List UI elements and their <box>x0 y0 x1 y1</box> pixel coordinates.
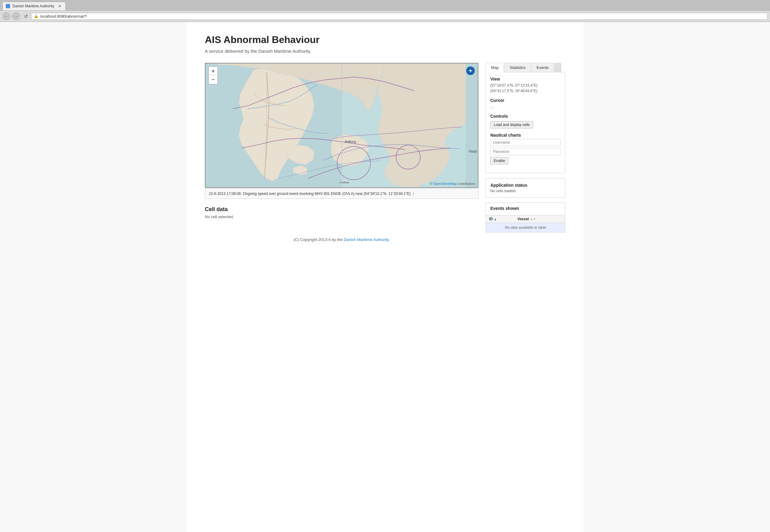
tab-bar: Danish Maritime Authority ✕ <box>0 0 770 10</box>
app-status-value: No cells loaded. <box>490 189 560 193</box>
footer-text-before: (C) Copyright 2013-4 by the <box>294 237 344 242</box>
cell-data-title: Cell data <box>205 206 478 213</box>
back-button[interactable]: ← <box>2 12 10 20</box>
forward-button[interactable]: → <box>12 12 20 20</box>
page-content: AIS Abnormal Behaviour A service deliver… <box>186 22 584 532</box>
load-display-cells-button[interactable]: Load and display cells <box>490 121 533 128</box>
tab-favicon <box>6 4 10 8</box>
enable-button[interactable]: Enable <box>490 157 508 164</box>
panel-tabs: Map Statistics Events <box>486 63 565 72</box>
zoom-out-button[interactable]: − <box>209 75 218 84</box>
browser-toolbar: ← → ↺ 🔒 localhost:8080/abnormal/? <box>0 10 770 22</box>
sort-vessel-icon: ▲▼ <box>530 217 536 221</box>
no-data-cell: No data available in table <box>486 223 565 232</box>
events-col-vessel[interactable]: Vessel ▲▼ <box>514 215 565 223</box>
page-title: AIS Abnormal Behaviour <box>205 34 565 45</box>
map-plus-button[interactable]: + <box>466 67 475 75</box>
event-arrow: ↑ <box>412 191 414 196</box>
map-column: Aalborg Aarhus Horsens Vejle Kolding Esb… <box>205 63 478 242</box>
app-status-section: Application status No cells loaded. <box>486 178 565 198</box>
svg-text:Växjö: Växjö <box>469 149 477 153</box>
event-text: 22-6-2013 17:08:06: Ongoing speed over g… <box>209 192 410 196</box>
address-bar[interactable]: 🔒 localhost:8080/abnormal/? <box>31 13 768 20</box>
map-attribution: © OpenStreetMap contributors <box>430 182 475 185</box>
events-shown-section: Events shown ID ▲ Vessel <box>486 203 565 232</box>
controls-section: Controls Load and display cells <box>490 114 560 128</box>
browser-chrome: Danish Maritime Authority ✕ ← → ↺ 🔒 loca… <box>0 0 770 22</box>
tab-events[interactable]: Events <box>531 63 554 72</box>
events-col-id[interactable]: ID ▲ <box>486 215 514 223</box>
zoom-in-button[interactable]: + <box>209 67 218 75</box>
cursor-title: Cursor <box>490 98 560 103</box>
main-layout: Aalborg Aarhus Horsens Vejle Kolding Esb… <box>205 63 565 242</box>
map-divider <box>342 63 342 187</box>
tab-close-button[interactable]: ✕ <box>58 4 62 9</box>
url-text: localhost:8080/abnormal/? <box>40 14 87 19</box>
view-line1: (57°16'07.4"N, 07°13'15.4"E) <box>490 83 560 88</box>
events-shown-header: Events shown <box>486 203 565 215</box>
attribution-text: contributors <box>458 182 475 185</box>
cursor-value: ... <box>490 104 560 110</box>
map-container[interactable]: Aalborg Aarhus Horsens Vejle Kolding Esb… <box>205 63 478 188</box>
events-table-header-row: ID ▲ Vessel ▲▼ <box>486 215 565 223</box>
page-wrapper: AIS Abnormal Behaviour A service deliver… <box>0 22 770 532</box>
cursor-section: Cursor ... <box>490 98 560 110</box>
tab-title: Danish Maritime Authority <box>13 4 54 8</box>
footer-link[interactable]: Danish Maritime Authority <box>344 237 389 242</box>
reload-button[interactable]: ↺ <box>22 13 29 20</box>
col-vessel-label: Vessel <box>517 217 529 221</box>
view-title: View <box>490 77 560 81</box>
cell-data-value: No cell selected. <box>205 214 478 219</box>
view-line2: (54°41'17.5"N, 16°46'44.6"E) <box>490 88 560 94</box>
app-status-title: Application status <box>490 183 560 188</box>
no-data-row: No data available in table <box>486 223 565 232</box>
password-input[interactable] <box>490 148 560 155</box>
cell-data-section: Cell data No cell selected. <box>205 206 478 219</box>
event-bar: 22-6-2013 17:08:06: Ongoing speed over g… <box>205 189 478 199</box>
sort-asc-icon: ▲ <box>494 217 497 221</box>
tab-statistics[interactable]: Statistics <box>504 63 531 72</box>
username-input[interactable] <box>490 139 560 146</box>
right-panel: Map Statistics Events View (57°16'07.4"N… <box>486 63 565 232</box>
footer-text-after: . <box>389 237 390 242</box>
tab-extra[interactable] <box>554 63 561 72</box>
browser-tab[interactable]: Danish Maritime Authority ✕ <box>2 2 66 10</box>
events-table: ID ▲ Vessel ▲▼ No dat <box>486 215 565 232</box>
controls-title: Controls <box>490 114 560 119</box>
view-section: View (57°16'07.4"N, 07°13'15.4"E) (54°41… <box>490 77 560 94</box>
events-shown-title: Events shown <box>490 206 560 211</box>
svg-text:Aalborg: Aalborg <box>345 140 356 143</box>
panel-body: View (57°16'07.4"N, 07°13'15.4"E) (54°41… <box>486 72 565 173</box>
page-icon: 🔒 <box>34 14 38 18</box>
page-subtitle: A service delivered by the Danish Mariti… <box>205 49 565 54</box>
nautical-charts-title: Nautical charts <box>490 133 560 138</box>
col-id-label: ID <box>489 217 493 221</box>
nautical-charts-section: Nautical charts Enable <box>490 133 560 164</box>
svg-text:Aarhus: Aarhus <box>340 181 349 184</box>
page-footer: (C) Copyright 2013-4 by the Danish Marit… <box>205 237 478 242</box>
tab-map[interactable]: Map <box>486 63 504 72</box>
map-zoom-controls[interactable]: + − <box>209 67 218 84</box>
openstreetmap-link[interactable]: OpenStreetMap <box>433 182 457 185</box>
